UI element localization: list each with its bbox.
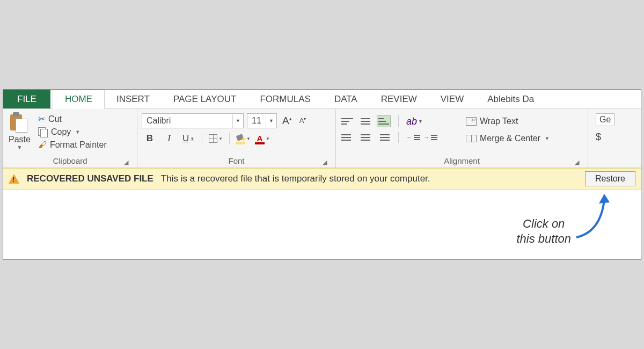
align-bottom-button[interactable]: [377, 115, 391, 127]
borders-button[interactable]: ▼: [208, 132, 224, 146]
copy-icon: [38, 127, 48, 137]
font-color-button[interactable]: A ▼: [254, 132, 270, 146]
group-clipboard: Paste ▼ ✂ Cut Copy ▼ 🖌 Format P: [3, 109, 137, 168]
chevron-down-icon[interactable]: ▼: [17, 144, 23, 150]
tab-view[interactable]: VIEW: [429, 90, 475, 108]
chevron-down-icon: ▼: [418, 119, 423, 124]
scissors-icon: ✂: [38, 114, 45, 124]
group-label-clipboard: Clipboard: [53, 156, 87, 165]
decrease-indent-button[interactable]: ←: [406, 132, 419, 143]
wrap-text-button[interactable]: Wrap Text: [464, 115, 552, 127]
font-size-combo[interactable]: 11 ▼: [247, 113, 277, 128]
border-icon: [209, 134, 217, 143]
tab-home[interactable]: HOME: [53, 90, 105, 109]
align-middle-button[interactable]: [358, 115, 372, 127]
tab-data[interactable]: DATA: [323, 90, 369, 108]
bucket-icon: [236, 134, 245, 143]
merge-center-label: Merge & Center: [480, 134, 540, 143]
wrap-text-icon: [466, 117, 477, 126]
chevron-down-icon: ▼: [246, 136, 251, 141]
tab-ablebits[interactable]: Ablebits Da: [475, 90, 546, 108]
group-font: Calibri ▼ 11 ▼ A▴ A▾ B I U▼: [137, 109, 336, 168]
notice-text: This is a recovered file that is tempora…: [161, 173, 577, 184]
group-label-alignment: Alignment: [444, 156, 480, 165]
align-center-button[interactable]: [358, 132, 372, 143]
dialog-launcher-clipboard[interactable]: ◢: [123, 159, 129, 165]
tab-page-layout[interactable]: PAGE LAYOUT: [162, 90, 248, 108]
align-right-button[interactable]: [377, 132, 391, 143]
underline-button[interactable]: U▼: [180, 132, 196, 146]
annotation-text: Click on this button: [516, 216, 571, 246]
tab-file[interactable]: FILE: [3, 90, 50, 108]
align-top-button[interactable]: [340, 115, 354, 127]
shrink-font-button[interactable]: A▾: [297, 117, 309, 125]
italic-button[interactable]: I: [161, 132, 177, 146]
chevron-down-icon[interactable]: ▼: [232, 114, 243, 128]
tab-formulas[interactable]: FORMULAS: [248, 90, 322, 108]
paste-label: Paste: [9, 135, 31, 144]
cut-label: Cut: [48, 114, 62, 124]
dialog-launcher-alignment[interactable]: ◢: [574, 159, 580, 165]
warning-icon: [9, 174, 19, 184]
copy-button[interactable]: Copy ▼: [36, 127, 109, 137]
grow-font-button[interactable]: A▴: [280, 115, 294, 127]
merge-icon: [466, 135, 477, 142]
group-number-truncated: Ge $: [588, 109, 621, 168]
align-left-button[interactable]: [340, 132, 354, 143]
chevron-down-icon[interactable]: ▼: [75, 129, 80, 135]
cut-button[interactable]: ✂ Cut: [36, 113, 109, 125]
font-size-value: 11: [247, 116, 266, 126]
excel-window: FILE HOME INSERT PAGE LAYOUT FORMULAS DA…: [3, 89, 641, 260]
tab-insert[interactable]: INSERT: [105, 90, 162, 108]
chevron-down-icon: ▼: [190, 136, 194, 141]
chevron-down-icon[interactable]: ▼: [545, 136, 550, 141]
paste-icon: [10, 112, 28, 134]
font-color-icon: A: [255, 134, 265, 143]
bold-button[interactable]: B: [142, 132, 158, 146]
font-name-combo[interactable]: Calibri ▼: [142, 113, 244, 128]
currency-button[interactable]: $: [596, 132, 601, 143]
annotation-arrow-icon: [571, 192, 614, 240]
annotation-area: Click on this button: [3, 190, 641, 259]
format-painter-label: Format Painter: [50, 140, 107, 150]
copy-label: Copy: [51, 127, 71, 137]
recovered-file-notice: RECOVERED UNSAVED FILE This is a recover…: [3, 168, 641, 190]
group-alignment: ab▼ ← →: [336, 109, 588, 168]
increase-indent-button[interactable]: →: [423, 132, 436, 143]
dialog-launcher-font[interactable]: ◢: [321, 159, 328, 165]
tab-review[interactable]: REVIEW: [369, 90, 429, 108]
ribbon-tabs: FILE HOME INSERT PAGE LAYOUT FORMULAS DA…: [3, 90, 641, 109]
chevron-down-icon[interactable]: ▼: [266, 114, 276, 128]
paste-button[interactable]: Paste ▼: [8, 111, 34, 150]
orientation-button[interactable]: ab▼: [406, 116, 423, 127]
font-name-value: Calibri: [142, 116, 232, 126]
format-painter-button[interactable]: 🖌 Format Painter: [36, 140, 109, 150]
ribbon: Paste ▼ ✂ Cut Copy ▼ 🖌 Format P: [3, 109, 641, 168]
merge-center-button[interactable]: Merge & Center ▼: [464, 133, 552, 144]
chevron-down-icon: ▼: [266, 136, 270, 141]
restore-button[interactable]: Restore: [585, 171, 635, 186]
chevron-down-icon: ▼: [218, 136, 223, 141]
number-format-combo[interactable]: Ge: [596, 113, 614, 126]
wrap-text-label: Wrap Text: [480, 117, 518, 126]
notice-title: RECOVERED UNSAVED FILE: [27, 173, 153, 184]
group-label-font: Font: [228, 156, 244, 165]
paintbrush-icon: 🖌: [38, 140, 47, 150]
fill-color-button[interactable]: ▼: [235, 132, 251, 146]
